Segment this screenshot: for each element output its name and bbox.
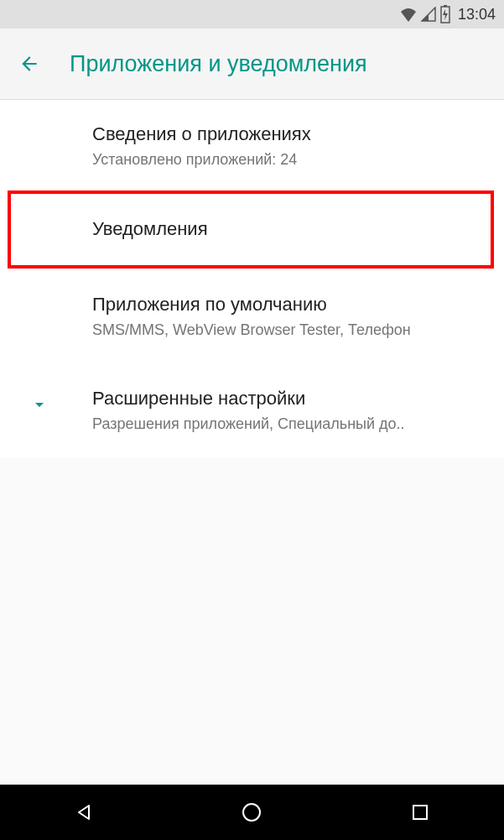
circle-home-icon	[241, 801, 262, 823]
notifications-item[interactable]: Уведомления	[0, 193, 504, 270]
nav-recent-button[interactable]	[387, 796, 454, 829]
battery-icon	[439, 5, 451, 23]
svg-point-2	[243, 804, 260, 821]
advanced-item[interactable]: Расширенные настройки Разрешения приложе…	[0, 364, 504, 457]
app-bar: Приложения и уведомления	[0, 29, 504, 100]
default-apps-title: Приложения по умолчанию	[92, 294, 487, 316]
status-time: 13:04	[458, 6, 496, 23]
settings-list: Сведения о приложениях Установлено прило…	[0, 100, 504, 457]
wifi-icon	[399, 7, 418, 22]
default-apps-item[interactable]: Приложения по умолчанию SMS/MMS, WebView…	[0, 270, 504, 363]
page-title: Приложения и уведомления	[70, 51, 367, 77]
nav-home-button[interactable]	[218, 796, 285, 829]
status-icons: 13:04	[399, 5, 496, 23]
triangle-back-icon	[74, 802, 94, 822]
advanced-subtitle: Разрешения приложений, Специальный до..	[92, 415, 487, 434]
cellular-icon	[421, 7, 436, 22]
advanced-title: Расширенные настройки	[92, 388, 487, 410]
navigation-bar	[0, 785, 504, 840]
arrow-left-icon	[18, 53, 40, 75]
svg-rect-1	[444, 5, 447, 7]
app-info-item[interactable]: Сведения о приложениях Установлено прило…	[0, 100, 504, 193]
chevron-down-icon	[29, 394, 49, 418]
app-info-title: Сведения о приложениях	[92, 123, 487, 145]
svg-rect-3	[413, 806, 427, 819]
app-info-subtitle: Установлено приложений: 24	[92, 150, 487, 170]
square-recent-icon	[411, 803, 429, 822]
back-button[interactable]	[18, 53, 40, 75]
nav-back-button[interactable]	[50, 796, 117, 829]
default-apps-subtitle: SMS/MMS, WebView Browser Tester, Телефон	[92, 321, 487, 340]
status-bar: 13:04	[0, 0, 504, 29]
notifications-title: Уведомления	[92, 218, 487, 240]
